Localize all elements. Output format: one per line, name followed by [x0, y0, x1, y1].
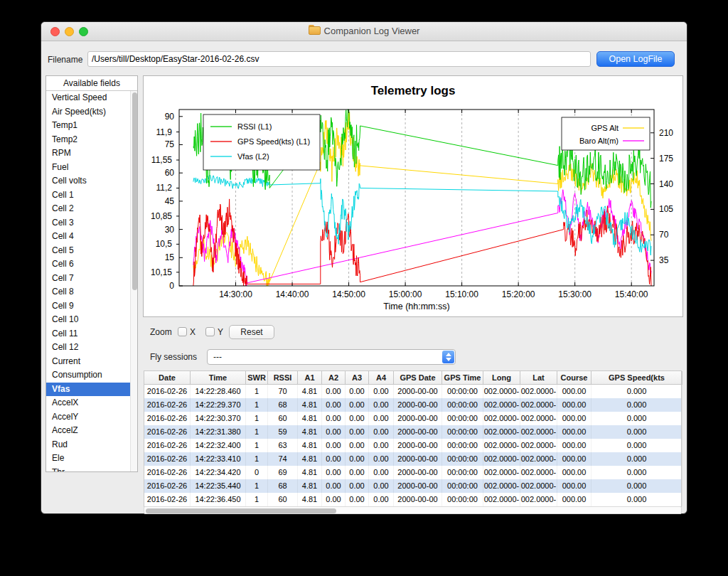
table-cell: 4.81	[298, 466, 322, 479]
column-header-gps-speed-kts[interactable]: GPS Speed(kts	[592, 371, 682, 385]
table-row[interactable]: 2016-02-2614:22:35.4401684.810.000.000.0…	[144, 479, 681, 493]
table-row[interactable]: 2016-02-2614:22:30.3701604.810.000.000.0…	[144, 412, 681, 425]
table-row[interactable]: 2016-02-2614:22:32.4001634.810.000.000.0…	[144, 439, 681, 452]
table-cell: 0.00	[322, 479, 346, 493]
column-header-rssi[interactable]: RSSI	[268, 371, 298, 385]
sidebar-item-fuel[interactable]: Fuel	[46, 161, 137, 175]
alt-tick-label: 105	[659, 204, 673, 214]
minimize-button[interactable]	[65, 27, 74, 36]
chart-panel: 14:30:0014:40:0014:50:0015:00:0015:10:00…	[143, 75, 683, 317]
sidebar-item-cell-4[interactable]: Cell 4	[46, 230, 137, 244]
sidebar-item-vfas[interactable]: Vfas	[46, 383, 137, 397]
table-cell: 2016-02-26	[144, 466, 191, 479]
table-cell: 00:00:00	[442, 385, 483, 398]
sidebar-item-ele[interactable]: Ele	[46, 452, 137, 466]
column-header-time[interactable]: Time	[191, 371, 246, 385]
sidebar-item-temp1[interactable]: Temp1	[46, 119, 137, 133]
fly-sessions-dropdown[interactable]: ---	[207, 349, 456, 365]
column-header-a4[interactable]: A4	[369, 371, 394, 385]
table-cell: 0.000	[592, 479, 682, 493]
sidebar-item-cell-6[interactable]: Cell 6	[46, 257, 137, 272]
table-cell: 14:22:32.400	[191, 439, 246, 452]
table-row[interactable]: 2016-02-2614:22:33.4101744.810.000.000.0…	[144, 452, 681, 466]
sidebar-item-rpm[interactable]: RPM	[46, 146, 137, 161]
rssi-tick-label: 0	[169, 281, 174, 291]
table-row[interactable]: 2016-02-2614:22:34.4200694.810.000.000.0…	[144, 466, 681, 479]
column-header-date[interactable]: Date	[144, 371, 191, 385]
table-cell: 0.00	[322, 466, 346, 479]
zoom-x-checkbox[interactable]	[178, 327, 187, 336]
table-cell: 0.00	[346, 466, 369, 479]
table-cell: 0.00	[369, 398, 394, 412]
sidebar-item-cell-1[interactable]: Cell 1	[46, 188, 137, 203]
column-header-a1[interactable]: A1	[298, 371, 322, 385]
sidebar-item-consumption[interactable]: Consumption	[46, 368, 137, 383]
sidebar-item-cell-volts[interactable]: Cell volts	[46, 174, 137, 188]
column-header-gps-date[interactable]: GPS Date	[394, 371, 442, 385]
maximize-button[interactable]	[79, 27, 88, 36]
volt-tick-label: 11,2	[156, 183, 173, 193]
column-header-course[interactable]: Course	[557, 371, 592, 385]
column-header-gps-time[interactable]: GPS Time	[442, 371, 483, 385]
sidebar-item-cell-10[interactable]: Cell 10	[46, 313, 137, 327]
column-header-a2[interactable]: A2	[322, 371, 346, 385]
sidebar-item-cell-8[interactable]: Cell 8	[46, 285, 137, 299]
table-cell: 000.00	[557, 425, 592, 439]
x-tick-label: 14:30:00	[219, 289, 252, 299]
table-cell: 00:00:00	[442, 425, 483, 439]
table-horizontal-scrollbar-thumb[interactable]	[146, 508, 336, 513]
x-tick-label: 15:10:00	[445, 289, 478, 299]
sidebar-item-cell-9[interactable]: Cell 9	[46, 299, 137, 314]
sidebar-item-cell-7[interactable]: Cell 7	[46, 272, 137, 286]
table-cell: 002.0000-	[520, 493, 557, 506]
table-row[interactable]: 2016-02-2614:22:31.3801594.810.000.000.0…	[144, 425, 681, 439]
table-cell: 14:22:29.370	[191, 398, 246, 412]
table-cell: 0.00	[369, 425, 394, 439]
sidebar-item-rud[interactable]: Rud	[46, 438, 137, 452]
sidebar-item-cell-5[interactable]: Cell 5	[46, 244, 137, 258]
open-logfile-button[interactable]: Open LogFile	[596, 51, 675, 67]
table-row[interactable]: 2016-02-2614:22:28.4601704.810.000.000.0…	[144, 385, 681, 398]
sidebar-scrollbar-thumb[interactable]	[132, 92, 137, 290]
table-cell: 1	[246, 425, 268, 439]
sidebar-item-current[interactable]: Current	[46, 355, 137, 369]
table-cell: 2016-02-26	[144, 425, 191, 439]
table-cell: 2000-00-00	[394, 479, 442, 493]
sidebar-item-cell-3[interactable]: Cell 3	[46, 216, 137, 230]
table-cell: 4.81	[298, 452, 322, 466]
column-header-lat[interactable]: Lat	[520, 371, 557, 385]
sidebar-item-cell-12[interactable]: Cell 12	[46, 341, 137, 355]
sidebar-item-air-speed-kts[interactable]: Air Speed(kts)	[46, 105, 137, 119]
sidebar-item-accelz[interactable]: AccelZ	[46, 424, 137, 438]
table-cell: 1	[246, 439, 268, 452]
table-cell: 002.0000-	[520, 479, 557, 493]
sidebar-item-thr[interactable]: Thr	[46, 466, 137, 473]
table-cell: 0.00	[346, 439, 369, 452]
sidebar-item-accelx[interactable]: AccelX	[46, 396, 137, 410]
table-row[interactable]: 2016-02-2614:22:29.3701684.810.000.000.0…	[144, 398, 681, 412]
table-cell: 4.81	[298, 479, 322, 493]
sidebar-scrollbar[interactable]	[130, 91, 137, 471]
table-row[interactable]: 2016-02-2614:22:36.4501604.810.000.000.0…	[144, 493, 681, 506]
available-fields-header: Available fields	[46, 76, 137, 91]
column-header-swr[interactable]: SWR	[246, 371, 268, 385]
filename-input[interactable]	[87, 51, 591, 67]
table-cell: 0.000	[592, 412, 682, 425]
sidebar-item-temp2[interactable]: Temp2	[46, 133, 137, 147]
sidebar-item-cell-11[interactable]: Cell 11	[46, 327, 137, 341]
column-header-a3[interactable]: A3	[346, 371, 369, 385]
table-horizontal-scrollbar[interactable]	[144, 506, 682, 514]
table-cell: 002.0000-	[483, 412, 520, 425]
sidebar-item-vertical-speed[interactable]: Vertical Speed	[46, 91, 137, 105]
sidebar-item-accely[interactable]: AccelY	[46, 410, 137, 425]
table-cell: 000.00	[557, 479, 592, 493]
table-cell: 2000-00-00	[394, 398, 442, 412]
reset-button[interactable]: Reset	[229, 325, 274, 339]
sidebar-item-cell-2[interactable]: Cell 2	[46, 202, 137, 216]
available-fields-list: Vertical SpeedAir Speed(kts)Temp1Temp2RP…	[46, 91, 137, 472]
close-button[interactable]	[50, 27, 60, 36]
available-fields-panel: Available fields Vertical SpeedAir Speed…	[46, 75, 138, 472]
table-cell: 60	[268, 493, 298, 506]
zoom-y-checkbox[interactable]	[205, 327, 215, 336]
column-header-long[interactable]: Long	[483, 371, 520, 385]
